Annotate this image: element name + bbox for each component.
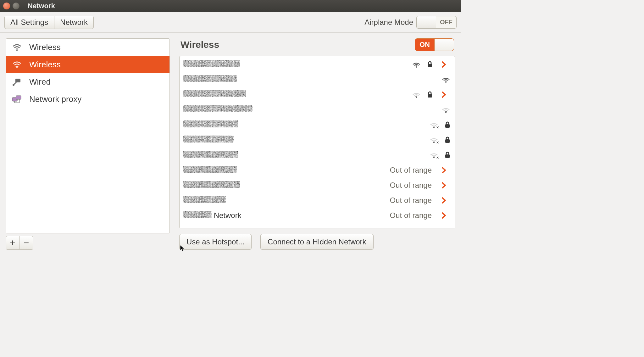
wifi-signal-icon: ✕ [429,151,439,159]
proxy-icon [12,95,22,104]
wifi-signal-icon [412,61,421,68]
svg-text:✕: ✕ [436,126,439,129]
content-area: Wireless Wireless Wired Network proxy + … [0,33,461,255]
chevron-right-icon[interactable] [441,197,447,204]
sidebar-item-network-proxy[interactable]: Network proxy [6,91,169,108]
svg-rect-14 [445,124,450,128]
svg-rect-7 [428,64,432,67]
toggle-knob [417,16,436,28]
network-status-icons: ✕ [429,151,451,159]
network-status-icons [412,91,433,98]
svg-rect-17 [445,139,450,143]
svg-point-3 [13,84,14,86]
wifi-signal-icon: ✕ [429,121,439,129]
network-ssid [183,196,390,205]
network-row[interactable]: ✕ [180,132,455,148]
network-status-icons: Out of range [390,196,433,205]
svg-rect-20 [445,154,450,158]
sidebar-item-label: Network proxy [29,94,81,104]
svg-text:✕: ✕ [436,141,439,144]
chevron-right-icon[interactable] [441,182,447,189]
wifi-signal-icon [441,106,451,114]
breadcrumb: All Settings Network [4,16,94,29]
minimize-icon[interactable] [13,3,19,9]
network-ssid [183,181,390,190]
wireless-network-list[interactable]: ✕ ✕ ✕ Out of range Out of range Out of r… [179,56,455,228]
airplane-mode-toggle[interactable]: OFF [416,16,457,29]
lock-icon [444,121,451,128]
network-row[interactable]: ✕ [180,148,455,163]
network-row[interactable]: Out of range [180,163,455,178]
svg-point-0 [16,50,18,51]
airplane-mode-label: Airplane Mode [364,18,413,27]
network-row[interactable]: Out of range [180,193,455,208]
sidebar-item-wireless[interactable]: Wireless [6,39,169,56]
add-connection-button[interactable]: + [6,236,19,250]
sidebar-item-label: Wireless [29,60,61,70]
remove-connection-button[interactable]: − [19,236,33,250]
network-ssid [183,166,390,175]
lock-icon [444,137,451,143]
network-ssid [183,105,441,114]
sidebar-item-wired[interactable]: Wired [6,73,169,91]
chevron-right-icon[interactable] [441,91,447,98]
network-row[interactable] [180,102,455,117]
detail-panel: Wireless ON ✕ ✕ ✕ Ou [179,38,455,250]
panel-header: Wireless ON [179,38,455,56]
network-row[interactable]: NetworkOut of range [180,208,455,223]
panel-title: Wireless [180,39,219,50]
network-ssid: Network [183,211,390,220]
network-ssid [183,60,412,69]
sidebar-item-wireless[interactable]: Wireless [6,56,169,73]
lock-icon [427,91,433,98]
svg-point-15 [433,142,435,143]
svg-point-1 [16,67,18,68]
network-row[interactable] [180,87,455,102]
wireless-state: ON [415,41,434,49]
wifi-signal-icon [412,91,421,98]
wifi-signal-icon: ✕ [429,136,439,144]
chevron-right-icon[interactable] [441,167,447,174]
toolbar: All Settings Network Airplane Mode OFF [0,12,461,33]
svg-point-18 [433,157,435,158]
wifi-icon [12,44,22,51]
titlebar: Network [0,0,461,12]
chevron-right-icon[interactable] [441,212,447,219]
all-settings-button[interactable]: All Settings [4,16,54,29]
network-status-icons [441,106,451,114]
network-settings-window: Network All Settings Network Airplane Mo… [0,0,461,255]
wireless-enable-toggle[interactable]: ON [415,38,454,51]
network-status-icons: Out of range [390,211,433,220]
use-as-hotspot-button[interactable]: Use as Hotspot... [179,234,252,250]
wifi-signal-icon [441,76,451,83]
svg-point-11 [445,112,447,113]
window-title: Network [28,2,55,10]
svg-rect-5 [16,96,21,99]
network-ssid [183,151,429,159]
sidebar-item-label: Wired [29,77,51,87]
out-of-range-label: Out of range [390,196,432,205]
network-row[interactable]: ✕ [180,117,455,132]
network-ssid [183,75,441,84]
svg-point-12 [433,127,435,128]
close-icon[interactable] [3,3,10,9]
network-ssid [183,90,412,99]
lock-icon [427,61,433,68]
sidebar-column: Wireless Wireless Wired Network proxy + … [6,38,170,250]
connect-hidden-network-button[interactable]: Connect to a Hidden Network [260,234,374,250]
toggle-knob [434,39,454,51]
connection-type-sidebar: Wireless Wireless Wired Network proxy [6,38,170,233]
svg-point-6 [416,66,417,68]
network-breadcrumb-button[interactable]: Network [54,16,94,29]
chevron-right-icon[interactable] [441,61,447,68]
sidebar-item-label: Wireless [29,42,61,52]
bottom-actions: Use as Hotspot... Connect to a Hidden Ne… [179,228,455,250]
network-status-icons: Out of range [390,166,433,175]
network-ssid [183,120,429,129]
network-status-icons [441,76,451,83]
out-of-range-label: Out of range [390,181,432,190]
network-row[interactable] [180,57,455,72]
network-row[interactable]: Out of range [180,178,455,193]
network-row[interactable] [180,72,455,87]
lock-icon [444,152,451,159]
